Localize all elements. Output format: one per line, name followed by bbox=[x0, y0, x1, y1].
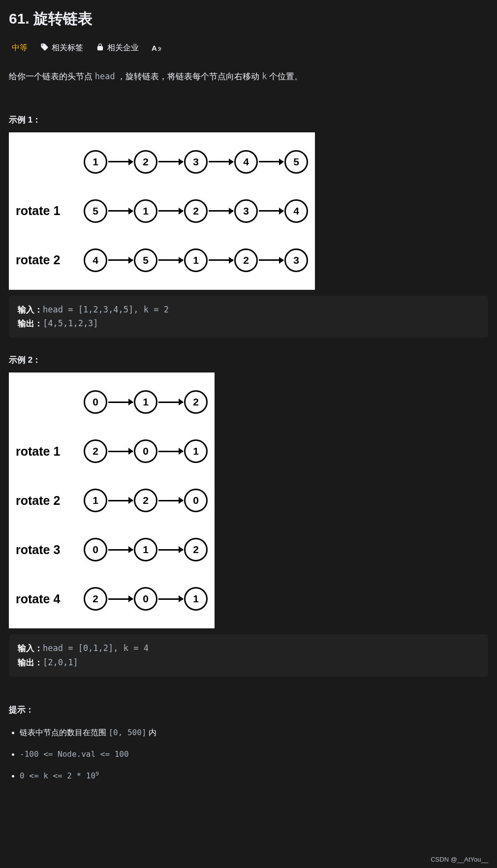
hint-item: -100 <= Node.val <= 100 bbox=[20, 748, 488, 761]
related-tags-button[interactable]: 相关标签 bbox=[40, 43, 83, 53]
arrow-icon bbox=[108, 500, 133, 501]
translate-icon: Aㄆ bbox=[152, 44, 162, 53]
list-node: 2 bbox=[84, 439, 107, 463]
hints-list: 链表中节点的数目在范围 [0, 500] 内-100 <= Node.val <… bbox=[9, 726, 488, 782]
list-node: 5 bbox=[284, 150, 308, 174]
related-tags-label: 相关标签 bbox=[52, 43, 83, 53]
list-node: 0 bbox=[184, 489, 208, 512]
arrow-icon bbox=[259, 259, 283, 261]
list-node: 5 bbox=[134, 248, 157, 272]
list-node: 1 bbox=[84, 150, 107, 174]
watermark: CSDN @__AtYou__ bbox=[431, 856, 488, 863]
arrow-icon bbox=[158, 598, 183, 600]
rotate-label: rotate 3 bbox=[16, 543, 84, 557]
list-node: 2 bbox=[184, 199, 208, 223]
problem-description: 给你一个链表的头节点 head ，旋转链表，将链表每个节点向右移动 k 个位置。 bbox=[9, 69, 488, 85]
diagram-row: rotate 1201 bbox=[16, 427, 208, 476]
list-node: 4 bbox=[234, 150, 258, 174]
rotate-label: rotate 1 bbox=[16, 204, 84, 218]
tag-icon bbox=[40, 43, 49, 53]
arrow-icon bbox=[209, 161, 233, 162]
arrow-icon bbox=[158, 161, 183, 162]
diagram-row: rotate 4201 bbox=[16, 574, 208, 623]
hint-item: 0 <= k <= 2 * 109 bbox=[20, 769, 488, 782]
diagram-row: rotate 2120 bbox=[16, 476, 208, 525]
meta-row: 中等 相关标签 相关企业 Aㄆ bbox=[9, 43, 488, 53]
hint-item: 链表中节点的数目在范围 [0, 500] 内 bbox=[20, 726, 488, 739]
list-node: 3 bbox=[234, 199, 258, 223]
list-node: 4 bbox=[84, 248, 107, 272]
list-node: 1 bbox=[134, 390, 157, 414]
related-companies-button[interactable]: 相关企业 bbox=[96, 43, 139, 53]
list-node: 1 bbox=[134, 199, 157, 223]
page-title: 61. 旋转链表 bbox=[9, 9, 488, 29]
list-node: 0 bbox=[134, 587, 157, 611]
arrow-icon bbox=[108, 549, 133, 551]
list-node: 1 bbox=[184, 248, 208, 272]
diagram-row: 012 bbox=[16, 377, 208, 427]
arrow-icon bbox=[209, 259, 233, 261]
list-node: 2 bbox=[234, 248, 258, 272]
arrow-icon bbox=[158, 451, 183, 452]
diagram-row: 12345 bbox=[16, 137, 308, 186]
list-node: 3 bbox=[284, 248, 308, 272]
example2-io: 输入：head = [0,1,2], k = 4 输出：[2,0,1] bbox=[9, 634, 488, 677]
rotate-label: rotate 2 bbox=[16, 253, 84, 267]
translate-button[interactable]: Aㄆ bbox=[152, 44, 162, 53]
diagram-row: rotate 151234 bbox=[16, 186, 308, 236]
list-node: 2 bbox=[134, 150, 157, 174]
arrow-icon bbox=[108, 402, 133, 403]
example2-diagram: 012rotate 1201rotate 2120rotate 3012rota… bbox=[9, 372, 215, 628]
arrow-icon bbox=[108, 259, 133, 261]
list-node: 2 bbox=[184, 538, 208, 561]
example1-diagram: 12345rotate 151234rotate 245123 bbox=[9, 132, 315, 290]
arrow-icon bbox=[108, 161, 133, 162]
related-companies-label: 相关企业 bbox=[107, 43, 139, 53]
rotate-label: rotate 4 bbox=[16, 592, 84, 606]
arrow-icon bbox=[158, 402, 183, 403]
rotate-label: rotate 1 bbox=[16, 444, 84, 459]
arrow-icon bbox=[108, 210, 133, 212]
list-node: 1 bbox=[184, 587, 208, 611]
diagram-row: rotate 245123 bbox=[16, 236, 308, 285]
example1-io: 输入：head = [1,2,3,4,5], k = 2 输出：[4,5,1,2… bbox=[9, 296, 488, 338]
list-node: 5 bbox=[84, 199, 107, 223]
list-node: 2 bbox=[134, 489, 157, 512]
lock-icon bbox=[96, 43, 104, 53]
list-node: 1 bbox=[134, 538, 157, 561]
list-node: 2 bbox=[184, 390, 208, 414]
rotate-label: rotate 2 bbox=[16, 494, 84, 508]
arrow-icon bbox=[158, 259, 183, 261]
list-node: 1 bbox=[184, 439, 208, 463]
list-node: 1 bbox=[84, 489, 107, 512]
list-node: 4 bbox=[284, 199, 308, 223]
arrow-icon bbox=[108, 451, 133, 452]
example1-label: 示例 1： bbox=[9, 114, 488, 125]
difficulty-badge: 中等 bbox=[12, 43, 28, 53]
list-node: 0 bbox=[84, 538, 107, 561]
arrow-icon bbox=[259, 161, 283, 162]
hints-label: 提示： bbox=[9, 704, 488, 715]
arrow-icon bbox=[158, 549, 183, 551]
example2-label: 示例 2： bbox=[9, 354, 488, 366]
arrow-icon bbox=[158, 210, 183, 212]
list-node: 0 bbox=[134, 439, 157, 463]
diagram-row: rotate 3012 bbox=[16, 525, 208, 574]
list-node: 0 bbox=[84, 390, 107, 414]
list-node: 3 bbox=[184, 150, 208, 174]
arrow-icon bbox=[108, 598, 133, 600]
arrow-icon bbox=[259, 210, 283, 212]
list-node: 2 bbox=[84, 587, 107, 611]
arrow-icon bbox=[209, 210, 233, 212]
arrow-icon bbox=[158, 500, 183, 501]
